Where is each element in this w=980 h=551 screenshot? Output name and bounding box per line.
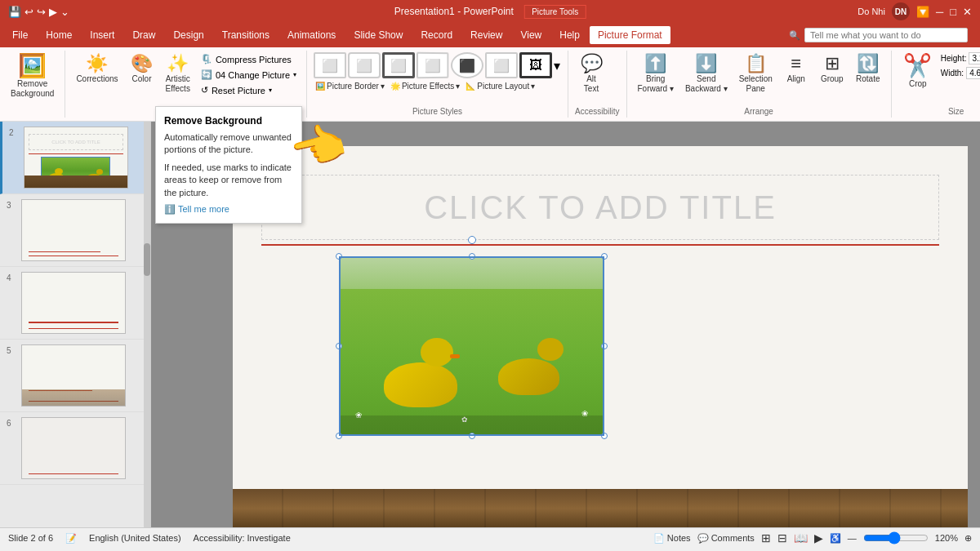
width-input[interactable] bbox=[966, 67, 980, 79]
pic-style-more[interactable]: ▾ bbox=[554, 58, 560, 73]
handle-tl[interactable] bbox=[336, 253, 342, 260]
pic-style-3[interactable]: ⬜ bbox=[382, 52, 415, 78]
pic-style-4[interactable]: ⬜ bbox=[416, 52, 448, 79]
tell-me-more-link[interactable]: ℹ️ Tell me more bbox=[164, 204, 293, 215]
sidebar-scrollbar[interactable] bbox=[144, 122, 150, 527]
slide-thumb-2[interactable]: 2 CLICK TO ADD TITLE bbox=[0, 122, 150, 194]
reset-picture-button[interactable]: ↺ Reset Picture ▾ bbox=[198, 83, 300, 97]
slide-thumb-4[interactable]: 4 bbox=[0, 267, 150, 340]
handle-tc[interactable] bbox=[469, 253, 475, 260]
slide-thumb-3[interactable]: 3 bbox=[0, 194, 150, 267]
rotation-handle[interactable] bbox=[468, 236, 476, 244]
align-button[interactable]: ≡ Align bbox=[780, 52, 813, 87]
bring-forward-button[interactable]: ⬆️ BringForward ▾ bbox=[634, 52, 678, 96]
fit-slide-button[interactable]: ⊕ bbox=[964, 533, 972, 544]
pic-style-6[interactable]: ⬜ bbox=[485, 52, 518, 78]
artistic-effects-button[interactable]: ✨ ArtisticEffects bbox=[162, 52, 194, 96]
slide-num-3: 3 bbox=[7, 201, 16, 210]
menu-review[interactable]: Review bbox=[462, 26, 510, 44]
accessibility-status[interactable]: Accessibility: Investigate bbox=[194, 533, 291, 543]
pic-style-7[interactable]: 🖼 bbox=[519, 52, 552, 78]
picture-border-icon: 🖼️ bbox=[315, 82, 325, 91]
notes-button[interactable]: 📄 Notes bbox=[653, 533, 691, 544]
compress-pictures-button[interactable]: 🗜️ Compress Pictures bbox=[198, 52, 300, 66]
menu-view[interactable]: View bbox=[512, 26, 550, 44]
duck-beak-1 bbox=[450, 354, 460, 358]
reading-view-button[interactable]: 📖 bbox=[794, 531, 808, 544]
slide-sorter-button[interactable]: ⊟ bbox=[777, 531, 787, 544]
present-icon[interactable]: ▶ bbox=[49, 6, 57, 18]
slide-thumb-5[interactable]: 5 bbox=[0, 340, 150, 412]
undo-icon[interactable]: ↩ bbox=[24, 6, 33, 18]
artistic-effects-icon: ✨ bbox=[167, 55, 189, 73]
menu-slideshow[interactable]: Slide Show bbox=[345, 26, 411, 44]
sidebar-scroll-thumb[interactable] bbox=[144, 243, 150, 276]
menu-picture-format[interactable]: Picture Format bbox=[590, 26, 670, 44]
change-picture-button[interactable]: 🔄 04 Change Picture ▾ bbox=[198, 68, 300, 82]
slideshow-button[interactable]: ▶ bbox=[814, 531, 823, 544]
pic-style-1[interactable]: ⬜ bbox=[314, 52, 346, 78]
handle-tr[interactable] bbox=[601, 253, 608, 260]
user-avatar[interactable]: DN bbox=[892, 2, 910, 20]
minimize-icon[interactable]: ─ bbox=[936, 6, 943, 18]
rotate-button[interactable]: 🔃 Rotate bbox=[852, 52, 884, 87]
zoom-slider[interactable] bbox=[863, 531, 929, 544]
color-label: Color bbox=[132, 74, 152, 84]
menu-record[interactable]: Record bbox=[412, 26, 461, 44]
picture-effects-label: Picture Effects bbox=[402, 82, 454, 91]
alt-text-icon: 💬 bbox=[581, 55, 603, 73]
send-backward-button[interactable]: ⬇️ SendBackward ▾ bbox=[681, 52, 732, 96]
picture-border-button[interactable]: 🖼️ Picture Border ▾ bbox=[314, 81, 386, 91]
picture-effects-button[interactable]: 🌟 Picture Effects ▾ bbox=[389, 81, 461, 91]
picture-border-arrow: ▾ bbox=[381, 82, 385, 91]
menu-animations[interactable]: Animations bbox=[279, 26, 344, 44]
selection-pane-button[interactable]: 📋 SelectionPane bbox=[735, 52, 777, 96]
slide-notes-icon[interactable]: 📝 bbox=[65, 533, 77, 544]
tell-me-more-label: Tell me more bbox=[178, 204, 229, 214]
search-input[interactable] bbox=[804, 28, 968, 42]
handle-bl[interactable] bbox=[336, 433, 342, 439]
accessibility-icon[interactable]: ♿ bbox=[830, 533, 841, 544]
ribbon-toggle-icon[interactable]: 🔽 bbox=[916, 6, 929, 18]
selected-image-container[interactable]: ❀ ✿ ❀ bbox=[339, 256, 604, 436]
normal-view-button[interactable]: ⊞ bbox=[761, 531, 771, 544]
remove-background-label: RemoveBackground bbox=[11, 79, 54, 99]
size-content: ✂️ Crop Height: Width: bbox=[898, 52, 980, 105]
more-icon[interactable]: ⌄ bbox=[60, 6, 69, 18]
zoom-percentage: 120% bbox=[935, 533, 958, 543]
handle-ml[interactable] bbox=[336, 343, 342, 349]
save-icon[interactable]: 💾 bbox=[8, 6, 21, 18]
menu-home[interactable]: Home bbox=[38, 26, 80, 44]
menu-file[interactable]: File bbox=[4, 26, 36, 44]
reset-arrow: ▾ bbox=[269, 87, 272, 94]
menu-transitions[interactable]: Transitions bbox=[214, 26, 278, 44]
user-name: Do Nhi bbox=[858, 7, 885, 16]
menu-insert[interactable]: Insert bbox=[82, 26, 122, 44]
crop-button[interactable]: ✂️ Crop bbox=[898, 52, 938, 91]
slide-num-4: 4 bbox=[7, 273, 16, 282]
title-placeholder[interactable]: CLICK TO ADD TITLE bbox=[261, 175, 939, 240]
group-button[interactable]: ⊞ Group bbox=[816, 52, 849, 87]
handle-br[interactable] bbox=[601, 433, 608, 439]
pic-style-5[interactable]: ⬛ bbox=[451, 52, 483, 78]
maximize-icon[interactable]: □ bbox=[950, 6, 956, 18]
alt-text-label: AltText bbox=[584, 74, 599, 94]
comments-button[interactable]: 💬 Comments bbox=[697, 533, 755, 544]
menu-help[interactable]: Help bbox=[551, 26, 588, 44]
corrections-button[interactable]: ☀️ Corrections bbox=[72, 52, 122, 87]
handle-bc[interactable] bbox=[469, 433, 475, 439]
redo-icon[interactable]: ↪ bbox=[37, 6, 46, 18]
close-icon[interactable]: ✕ bbox=[963, 6, 972, 18]
alt-text-button[interactable]: 💬 AltText bbox=[575, 52, 608, 96]
picture-layout-button[interactable]: 📐 Picture Layout ▾ bbox=[464, 81, 537, 91]
slide-canvas[interactable]: CLICK TO ADD TITLE bbox=[233, 146, 968, 527]
height-input[interactable] bbox=[969, 52, 980, 64]
handle-mr[interactable] bbox=[601, 343, 608, 349]
slide-thumb-6[interactable]: 6 bbox=[0, 412, 150, 485]
menu-design[interactable]: Design bbox=[165, 26, 212, 44]
menu-draw[interactable]: Draw bbox=[124, 26, 163, 44]
color-button[interactable]: 🎨 Color bbox=[126, 52, 158, 87]
pic-style-2[interactable]: ⬜ bbox=[348, 52, 381, 78]
remove-background-button[interactable]: 🖼️ RemoveBackground bbox=[7, 52, 58, 101]
crop-icon: ✂️ bbox=[903, 55, 932, 78]
